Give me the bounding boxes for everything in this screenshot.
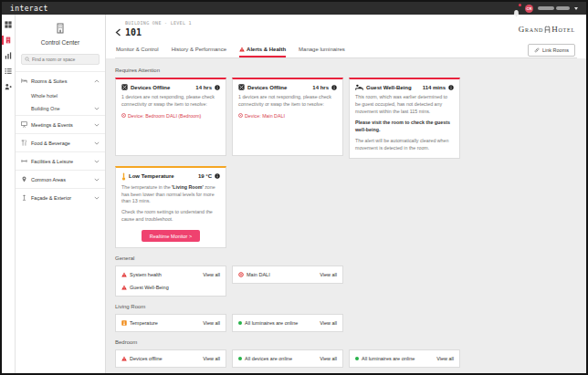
alert-paragraph: This room, which was earlier determined … [355,94,454,116]
link-rooms-label: Link Rooms [542,47,569,53]
view-all-link[interactable]: View all [320,272,337,277]
alert-body: 1 devices are not responding, please che… [238,94,337,109]
sidebar-item-building-one[interactable]: Building One [16,102,105,115]
status-row: Main DALI View all [238,268,337,281]
status-label: Main DALI [247,272,270,277]
alert-body: 1 devices are not responding, please che… [121,94,220,109]
facade-lamp-icon [21,194,27,201]
online-dot-icon [355,357,359,360]
tabs: Monitor & Control History & Performance … [115,44,577,58]
hotel-logo-ornament-icon [544,26,551,34]
tab-label: Alerts & Health [247,47,286,52]
tab-label: Monitor & Control [116,47,159,52]
topbar: interact CR [2,2,586,15]
alert-title: Guest Well-Being [366,85,412,90]
sidebar-nav: Rooms & Suites Whole hotel Building One … [16,71,105,206]
device-offline-icon [121,84,128,90]
user-name-redacted [538,6,570,10]
alert-card-devices-offline-2: Devices Offline 14 hrs 1 devices are not… [232,78,343,156]
search-icon [25,57,30,62]
room-search [21,54,100,65]
sidebar-item-label: Façade & Exterior [31,195,71,201]
info-icon[interactable] [448,85,454,90]
info-icon[interactable] [331,85,337,90]
sidebar-header: Control Center [16,15,105,51]
view-all-link[interactable]: View all [203,320,220,326]
presentation-icon [21,121,27,128]
status-row: System health View all [121,268,220,281]
app-window: interact CR [0,0,588,375]
alert-title: Low Temperature [129,173,174,179]
view-all-link[interactable]: View all [320,356,337,361]
status-card: Temperature View all [115,314,226,332]
zone-name: 'Living Room' [172,184,204,190]
realtime-monitor-button[interactable]: Realtime Monitor > [142,230,200,242]
sidebar-item-rooms-suites[interactable]: Rooms & Suites [16,71,105,89]
chevron-down-icon [94,178,100,182]
chevron-down-icon [94,141,100,145]
sidebar-item-meetings-events[interactable]: Meetings & Events [16,115,105,133]
device-offline-icon [238,84,245,90]
sidebar-item-facilities-leisure[interactable]: Facilities & Leisure [16,151,105,170]
status-row: All luminaires are online View all [355,352,454,365]
alert-temperature: 19 °C [198,173,212,179]
status-row: Guest Well-Being [121,281,220,294]
tab-monitor-control[interactable]: Monitor & Control [116,44,159,57]
sidebar-item-label: Meetings & Events [31,122,73,128]
control-center-building-icon [55,23,66,34]
sidebar-item-label: Food & Beverage [31,141,70,146]
warning-triangle-icon [121,356,127,361]
tab-manage-luminaires[interactable]: Manage luminaires [299,44,345,57]
grand-hotel-logo: Grand Hotel [519,25,575,34]
section-title-living-room: Living Room [115,304,577,309]
notifications-bell-icon[interactable] [512,5,520,13]
status-label: All devices are online [245,356,292,361]
alert-paragraph: The temperature in the 'Living Room' zon… [121,184,220,206]
user-menu-caret-icon[interactable] [574,7,578,10]
info-icon[interactable] [215,85,220,90]
notification-dot [519,4,521,6]
link-rooms-button[interactable]: Link Rooms [528,44,575,57]
section-title-requires-attention: Requires Attention [115,68,577,73]
sidebar-title: Control Center [16,39,105,46]
tab-history-performance[interactable]: History & Performance [172,44,226,57]
alert-title: Devices Offline [247,85,287,90]
rail-list-icon[interactable] [2,68,15,75]
back-chevron-icon[interactable] [115,28,121,36]
link-icon [534,47,540,53]
status-card: All luminaires are online View all [349,349,460,368]
search-input[interactable] [32,57,96,62]
error-circle-icon [238,113,243,118]
alert-device-line: Device: Main DALI [238,113,337,120]
guest-in-bed-icon [355,84,363,90]
view-all-link[interactable]: View all [436,356,454,361]
status-card: System health View all Guest Well-Being [115,266,226,297]
sidebar-item-whole-hotel[interactable]: Whole hotel [16,89,105,102]
warning-triangle-icon [239,47,245,52]
alert-card-guest-well-being: Guest Well-Being 114 mins This room, whi… [349,78,460,159]
status-card: All luminaires are online View all [232,314,343,332]
view-all-link[interactable]: View all [203,272,220,277]
page-header: BUILDING ONE - LEVEL 1 101 Grand Hotel [106,15,586,58]
info-icon[interactable] [215,173,220,179]
sidebar-item-facade-exterior[interactable]: Façade & Exterior [16,188,105,206]
tab-alerts-health[interactable]: Alerts & Health [239,44,286,57]
rail-analytics-icon[interactable] [2,52,15,59]
sidebar-item-label: Rooms & Suites [31,78,67,84]
rail-building-icon[interactable] [2,36,15,44]
alert-title: Devices Offline [131,85,170,90]
tab-label: Manage luminaires [299,47,345,52]
warning-triangle-icon [121,272,127,277]
error-circle-icon [238,272,244,277]
view-all-link[interactable]: View all [203,356,220,361]
view-all-link[interactable]: View all [320,320,337,326]
avatar[interactable]: CR [525,5,533,13]
sidebar-item-common-areas[interactable]: Common Areas [16,170,105,188]
rail-dashboard-icon[interactable] [2,21,15,28]
dumbbell-icon [21,158,27,164]
rail-users-icon[interactable] [2,83,15,90]
status-card: All devices are online View all [232,349,343,368]
sidebar-item-food-beverage[interactable]: Food & Beverage [16,133,105,151]
temperature-square-icon [121,320,127,326]
status-label: All luminaires are online [245,320,298,326]
